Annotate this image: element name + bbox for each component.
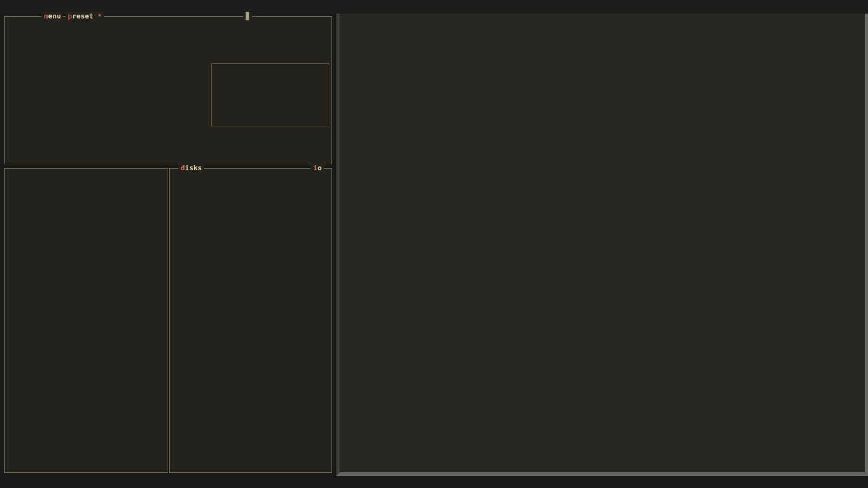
io-toggle[interactable]: io [311, 164, 324, 172]
menu-button[interactable]: menu [42, 12, 63, 20]
disks-panel-title[interactable]: disks [178, 164, 204, 172]
status-area [866, 0, 868, 14]
disks-panel: disks io [169, 168, 332, 473]
mem-panel [4, 168, 168, 473]
battery-status: ▊ [244, 12, 252, 20]
cpu-panel: menu preset * ▊ [4, 16, 332, 164]
preset-button[interactable]: preset * [66, 12, 104, 20]
scrollbar-thumb[interactable] [336, 455, 340, 469]
cpu-core-box [211, 63, 329, 126]
terminal-output [340, 14, 865, 16]
terminal-window[interactable] [336, 14, 868, 476]
top-bar [0, 0, 868, 14]
